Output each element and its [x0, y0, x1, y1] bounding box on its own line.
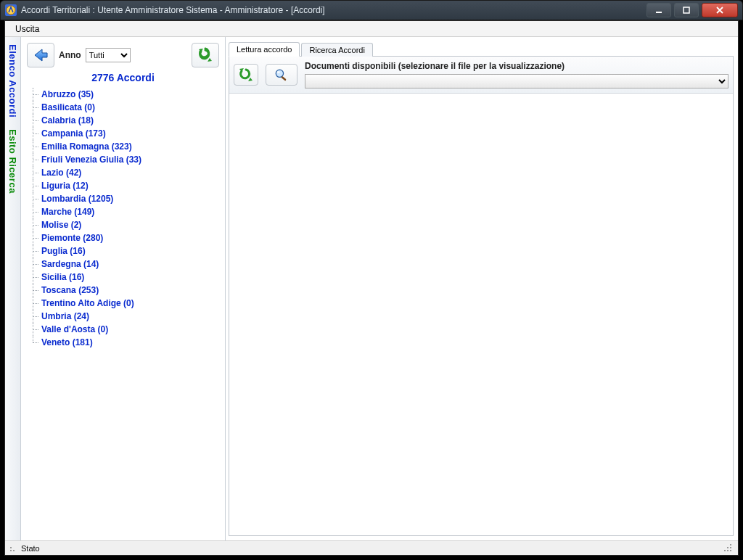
tree-connector-icon	[27, 310, 41, 323]
region-row: Abruzzo (35)	[27, 88, 222, 101]
tree-connector-icon	[27, 166, 41, 179]
region-link[interactable]: Umbria (24)	[41, 311, 89, 321]
tree-connector-icon	[27, 114, 41, 127]
region-link[interactable]: Piemonte (280)	[41, 233, 103, 243]
region-row: Calabria (18)	[27, 114, 222, 127]
svg-rect-2	[684, 7, 689, 13]
tree-connector-icon	[27, 323, 41, 336]
region-link[interactable]: Lombardia (1205)	[41, 194, 113, 204]
region-row: Valle d'Aosta (0)	[27, 323, 222, 336]
statusbar: Stato	[5, 540, 738, 555]
tree-connector-icon	[27, 153, 41, 166]
tab-esito-ricerca[interactable]: Esito Ricerca	[6, 126, 20, 197]
close-button[interactable]	[702, 3, 738, 17]
vertical-tabstrip: Elenco Accordi Esito Ricerca	[5, 37, 21, 540]
tree-connector-icon	[27, 231, 41, 244]
region-link[interactable]: Lazio (42)	[41, 168, 81, 178]
year-select[interactable]: Tutti	[86, 48, 131, 62]
svg-rect-4	[281, 76, 287, 81]
region-link[interactable]: Basilicata (0)	[41, 102, 95, 112]
region-row: Molise (2)	[27, 218, 222, 231]
region-link[interactable]: Valle d'Aosta (0)	[41, 324, 108, 334]
region-link[interactable]: Friuli Venezia Giulia (33)	[41, 155, 141, 165]
tree-connector-icon	[27, 88, 41, 101]
region-row: Sardegna (14)	[27, 258, 222, 271]
region-row: Toscana (253)	[27, 284, 222, 297]
region-link[interactable]: Emilia Romagna (323)	[41, 141, 132, 152]
svg-point-5	[277, 71, 280, 73]
tree-connector-icon	[27, 244, 41, 258]
titlebar: Accordi Territoriali : Utente Amministra…	[0, 0, 743, 20]
svg-rect-1	[656, 12, 662, 13]
region-link[interactable]: Calabria (18)	[41, 115, 94, 125]
region-row: Veneto (181)	[27, 336, 222, 349]
doc-refresh-button[interactable]	[234, 64, 258, 86]
tab-elenco-accordi[interactable]: Elenco Accordi	[6, 41, 20, 120]
region-link[interactable]: Veneto (181)	[41, 337, 93, 347]
region-link[interactable]: Campania (173)	[41, 128, 106, 139]
left-pane: Anno Tutti 2776 Accordi Abruzzo (35)Basi…	[21, 37, 226, 540]
menubar: Uscita	[5, 21, 738, 37]
region-row: Friuli Venezia Giulia (33)	[27, 153, 222, 166]
right-pane: Lettura accordo Ricerca Accordi Document…	[226, 37, 738, 540]
region-link[interactable]: Marche (149)	[41, 207, 94, 217]
tree-connector-icon	[27, 179, 41, 192]
tabstrip: Lettura accordo Ricerca Accordi	[229, 40, 734, 56]
maximize-button[interactable]	[674, 3, 699, 17]
tree-connector-icon	[27, 101, 41, 114]
refresh-button[interactable]	[192, 43, 219, 67]
region-row: Piemonte (280)	[27, 231, 222, 244]
tree-connector-icon	[27, 336, 41, 349]
zoom-button[interactable]	[266, 64, 297, 86]
tab-lettura-accordo[interactable]: Lettura accordo	[229, 42, 300, 57]
accordi-count: 2776 Accordi	[24, 69, 222, 88]
window-title: Accordi Territoriali : Utente Amministra…	[21, 5, 644, 15]
svg-point-3	[276, 70, 283, 77]
region-row: Liguria (12)	[27, 179, 222, 192]
region-link[interactable]: Abruzzo (35)	[41, 89, 94, 99]
region-row: Puglia (16)	[27, 244, 222, 258]
region-link[interactable]: Toscana (253)	[41, 285, 99, 295]
grip-left-icon	[9, 545, 17, 552]
tab-page: Documenti disponibili (selezionare il fi…	[229, 56, 734, 536]
tree-connector-icon	[27, 140, 41, 153]
region-row: Umbria (24)	[27, 310, 222, 323]
tab-ricerca-accordi[interactable]: Ricerca Accordi	[301, 43, 372, 57]
tree-connector-icon	[27, 218, 41, 231]
back-button[interactable]	[27, 43, 54, 67]
tree-connector-icon	[27, 205, 41, 218]
tree-connector-icon	[27, 127, 41, 140]
region-tree: Abruzzo (35)Basilicata (0)Calabria (18)C…	[24, 88, 222, 538]
tree-connector-icon	[27, 258, 41, 271]
region-link[interactable]: Puglia (16)	[41, 246, 86, 256]
tree-connector-icon	[27, 297, 41, 310]
status-text: Stato	[21, 544, 40, 553]
region-row: Trentino Alto Adige (0)	[27, 297, 222, 310]
tree-connector-icon	[27, 192, 41, 205]
resize-grip-icon[interactable]	[723, 543, 734, 553]
region-row: Campania (173)	[27, 127, 222, 140]
region-link[interactable]: Sicilia (16)	[41, 272, 84, 282]
minimize-button[interactable]	[646, 3, 671, 17]
region-row: Sicilia (16)	[27, 271, 222, 284]
region-row: Emilia Romagna (323)	[27, 140, 222, 153]
app-icon	[5, 4, 17, 16]
document-select[interactable]	[305, 74, 728, 88]
tree-connector-icon	[27, 271, 41, 284]
documents-header: Documenti disponibili (selezionare il fi…	[305, 61, 728, 71]
region-row: Lazio (42)	[27, 166, 222, 179]
year-label: Anno	[59, 50, 81, 60]
region-row: Lombardia (1205)	[27, 192, 222, 205]
region-row: Basilicata (0)	[27, 101, 222, 114]
tree-connector-icon	[27, 284, 41, 297]
region-link[interactable]: Trentino Alto Adige (0)	[41, 298, 134, 308]
region-row: Marche (149)	[27, 205, 222, 218]
region-link[interactable]: Sardegna (14)	[41, 259, 99, 269]
region-link[interactable]: Liguria (12)	[41, 181, 89, 191]
region-link[interactable]: Molise (2)	[41, 220, 81, 230]
menu-exit[interactable]: Uscita	[9, 22, 45, 36]
